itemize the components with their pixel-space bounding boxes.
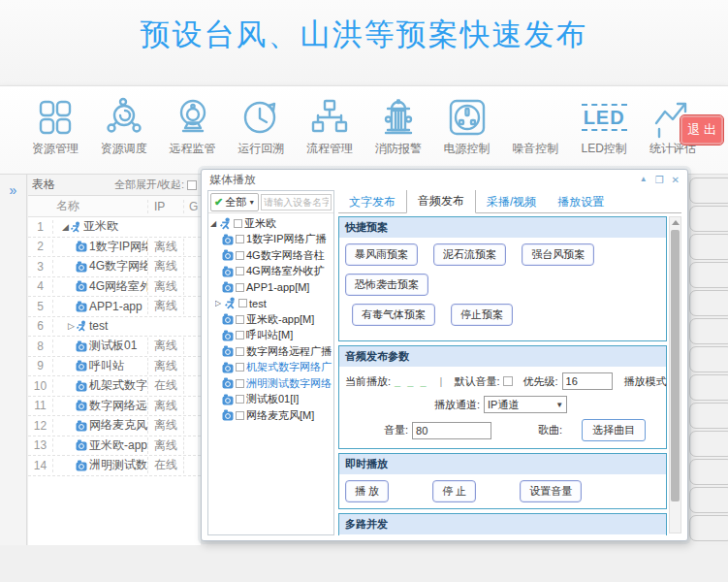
table-row[interactable]: 13 亚米欧-app 离线 [28,436,201,457]
grid-icon [25,94,85,140]
tree-checkbox[interactable] [236,363,244,372]
tree-group[interactable]: ▷ test [215,296,333,312]
expand-panel-icon[interactable]: » [0,182,26,198]
scroll-up-icon[interactable] [672,220,680,225]
table-row[interactable]: 1 ◢ 亚米欧 [28,217,201,238]
table-row[interactable]: 5 APP1-app 离线 [28,297,201,317]
close-icon[interactable]: ✕ [672,175,680,185]
volume-input[interactable] [412,422,491,439]
tree-item[interactable]: 数字网络远程广播 [222,343,333,360]
row-name: 4G数字网络音柱 [89,258,147,275]
table-row[interactable]: 11 数字网络远程广 离线 [28,397,201,417]
scrollbar[interactable] [669,216,681,534]
preset-terror-button[interactable]: 恐怖袭击预案 [345,274,428,296]
panel-title: 表格 [32,177,55,193]
instant-stop-button[interactable]: 停 止 [432,480,476,502]
maximize-icon[interactable]: ❐ [655,175,664,185]
priority-input[interactable] [562,372,613,390]
device-icon [76,241,87,252]
table-row[interactable]: 2 1数字IP网络广播 离线 [28,238,201,258]
table-row[interactable]: 12 网络麦克风 离线 [28,416,201,436]
tab-audio-publish[interactable]: 音频发布 [406,190,476,213]
toolbar-item-label: 电源控制 [437,141,497,157]
preset-storm-button[interactable]: 暴风雨预案 [345,243,418,266]
table-header: 名称 IP G [28,196,201,217]
tree-checkbox[interactable] [236,379,244,388]
table-row[interactable]: 6 ▷ test [28,317,201,338]
banner-title: 预设台风、山洪等预案快速发布 [0,0,728,55]
toolbar-item-power-control[interactable]: 电源控制 [437,86,497,174]
choose-track-button[interactable]: 选择曲目 [582,419,646,441]
toolbar-item-noise-control[interactable]: 噪音控制 [505,86,565,174]
filter-dropdown[interactable]: ✔ 全部 ▼ [210,193,259,211]
page-footer [0,545,728,582]
tab-capture-video[interactable]: 采播/视频 [476,190,547,213]
device-icon [76,420,87,432]
tree-item[interactable]: 测试板01[I] [222,392,333,408]
tree-item[interactable]: 4G网络室外收扩 [222,264,333,280]
table-row[interactable]: 9 呼叫站 离线 [28,357,201,377]
tree-checkbox[interactable] [236,395,244,404]
column-g[interactable]: G [184,200,198,213]
tree-checkbox[interactable] [236,251,244,260]
tree-checkbox[interactable] [238,299,247,307]
channel-select[interactable]: IP通道 ▼ [484,396,567,413]
dialog-titlebar[interactable]: 媒体播放 ▲ ❐ ✕ [202,170,687,190]
tab-play-settings[interactable]: 播放设置 [547,190,615,213]
priority-label: 优先级: [522,374,557,389]
tree-item[interactable]: 洲明测试数字网络 [222,375,333,392]
tree-item[interactable]: 呼叫站[M] [222,328,333,344]
table-row[interactable]: 10 机架式数字网络 在线 [28,376,201,397]
tree-item[interactable]: 1数字IP网络广播 [222,232,333,248]
tree-root[interactable]: ◢ 亚米欧 [210,215,333,232]
toolbar-item-fire-alarm[interactable]: 消防报警 [368,86,428,174]
toolbar-item-resource-manage[interactable]: 资源管理 [25,86,85,174]
tree-item[interactable]: 4G数字网络音柱 [222,247,333,264]
toolbar-item-led-control[interactable]: LED LED控制 [574,86,634,174]
preset-stop-button[interactable]: 停止预案 [451,304,513,326]
toolbar-item-remote-monitor[interactable]: 远程监管 [163,86,223,174]
toolbar-item-run-trace[interactable]: 运行回溯 [231,86,291,174]
toolbar-item-flow-manage[interactable]: 流程管理 [300,86,360,174]
tree-item[interactable]: 网络麦克风[M] [222,407,333,424]
tree-checkbox[interactable] [236,235,244,243]
table-row[interactable]: 3 4G数字网络音柱 离线 [28,257,201,277]
device-search-input[interactable] [261,194,332,210]
table-row[interactable]: 8 测试板01 离线 [28,337,201,357]
tree-checkbox[interactable] [236,283,244,292]
expand-icon[interactable]: ◢ [62,222,69,232]
collapse-icon[interactable]: ▷ [68,321,75,331]
toolbar-item-resource-dispatch[interactable]: 资源调度 [94,86,154,174]
expand-icon[interactable]: ◢ [210,219,218,228]
tab-text-publish[interactable]: 文字发布 [338,190,406,213]
dialog-content: 文字发布 音频发布 采播/视频 播放设置 快捷预案 暴风雨预案 泥石流预案 强台… [338,190,681,535]
instant-play-button[interactable]: 播 放 [345,480,389,502]
default-volume-checkbox[interactable] [503,376,513,386]
tree-item[interactable]: APP1-app[M] [222,279,333,296]
table-row[interactable]: 14 洲明测试数字网 在线 [28,456,201,476]
tree-checkbox[interactable] [236,411,244,420]
preset-mudslide-button[interactable]: 泥石流预案 [433,243,506,266]
now-playing-label: 当前播放: [345,374,391,389]
scrollbar-thumb[interactable] [671,230,680,501]
minimize-icon[interactable]: ▲ [640,175,648,185]
dialog-title: 媒体播放 [209,172,256,188]
tree-checkbox[interactable] [236,347,244,356]
preset-typhoon-button[interactable]: 强台风预案 [522,243,594,266]
tree-checkbox[interactable] [234,219,242,228]
collapse-icon[interactable]: ▷ [215,299,223,307]
tree-item[interactable]: 亚米欧-app[M] [222,311,333,328]
column-ip[interactable]: IP [147,200,184,213]
tree-item[interactable]: 机架式数字网络广 [222,360,333,376]
toolbar-item-label: LED控制 [574,141,634,157]
exit-button[interactable]: 退 出 [681,115,723,145]
media-play-dialog: 媒体播放 ▲ ❐ ✕ ✔ 全部 ▼ [201,169,688,541]
tree-checkbox[interactable] [236,267,244,275]
set-volume-button[interactable]: 设置音量 [520,480,582,502]
expand-all-checkbox[interactable] [187,180,197,190]
column-name[interactable]: 名称 [53,198,147,214]
table-row[interactable]: 4 4G网络室外收扩 离线 [28,277,201,298]
preset-toxic-gas-button[interactable]: 有毒气体预案 [352,304,435,326]
tree-checkbox[interactable] [236,331,244,340]
tree-checkbox[interactable] [236,315,244,324]
